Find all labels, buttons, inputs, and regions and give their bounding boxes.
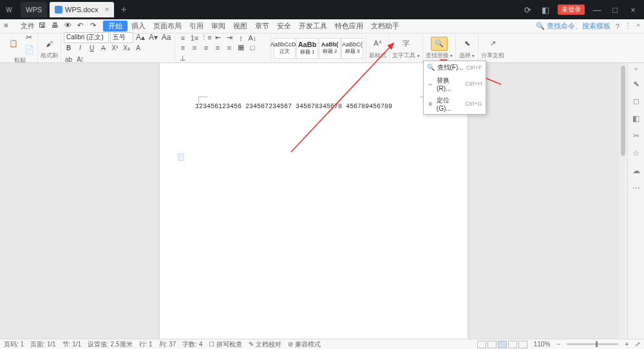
align-right-icon[interactable]: ≡ — [201, 42, 211, 52]
document-tab[interactable]: WPS.docx × — [50, 2, 114, 17]
font-color-icon[interactable]: A — [133, 43, 143, 53]
status-doccheck[interactable]: ✎ 文档校对 — [249, 340, 281, 349]
status-col[interactable]: 列: 37 — [159, 340, 176, 349]
bullets-icon[interactable]: ≡ — [178, 33, 188, 42]
paragraph-tag-icon[interactable] — [178, 153, 184, 161]
print-icon[interactable]: 🖶 — [52, 21, 62, 32]
distribute-icon[interactable]: ≡ — [224, 42, 234, 52]
status-pages[interactable]: 页面: 1/1 — [30, 340, 55, 349]
status-line[interactable]: 行: 1 — [139, 340, 153, 349]
paste-button[interactable]: 📋 — [5, 37, 22, 51]
grow-font-icon[interactable]: A▴ — [135, 32, 146, 43]
sidebar-select-icon[interactable]: ⬉ — [630, 78, 642, 90]
copy-button[interactable]: 📄 — [23, 44, 35, 55]
bold-icon[interactable]: B — [64, 43, 73, 53]
style-heading2[interactable]: AaBb(标题 2 — [319, 38, 341, 59]
document-text[interactable]: 123456123456 234567234567 345678345678 4… — [160, 63, 468, 150]
status-section[interactable]: 节: 1/1 — [62, 340, 81, 349]
view-print-icon[interactable] — [477, 341, 486, 348]
sidebar-star-icon[interactable]: ☆ — [630, 147, 642, 159]
search-prompt[interactable]: 🔍 查找命令、搜索模板 — [536, 21, 611, 31]
status-compat[interactable]: ⊘ 兼容模式 — [288, 340, 321, 349]
change-case-icon[interactable]: Aa — [160, 32, 172, 43]
status-chars[interactable]: 字数: 4 — [182, 340, 202, 349]
menu-start[interactable]: 开始 — [103, 21, 128, 32]
close-tab-icon[interactable]: × — [104, 5, 109, 14]
scrollbar-thumb[interactable] — [621, 66, 625, 156]
menu-insert[interactable]: 插入 — [128, 21, 149, 31]
login-button[interactable]: 未登录 — [558, 5, 585, 15]
menu-layout[interactable]: 页面布局 — [149, 21, 185, 31]
menu-view[interactable]: 视图 — [229, 21, 251, 31]
strike-icon[interactable]: A̶ — [99, 43, 108, 53]
file-menu-icon[interactable]: ≡ — [4, 21, 14, 32]
file-menu[interactable]: 文件 — [17, 21, 39, 31]
style-heading1[interactable]: AaBb标题 1 — [296, 38, 318, 59]
menu-features[interactable]: 特色应用 — [331, 21, 367, 31]
subscript-icon[interactable]: X₂ — [122, 43, 131, 53]
undo-icon[interactable]: ↶ — [77, 21, 88, 32]
maximize-button[interactable]: □ — [609, 5, 621, 15]
font-name-select[interactable]: Calibri (正文) — [64, 32, 109, 43]
menu-review[interactable]: 审阅 — [207, 21, 229, 31]
skin-icon[interactable]: ◧ — [540, 5, 551, 15]
sort-icon[interactable]: A↓ — [247, 33, 258, 42]
shrink-font-icon[interactable]: A▾ — [147, 32, 159, 43]
underline-icon[interactable]: U — [87, 43, 97, 53]
dropdown-goto[interactable]: ⚹ 定位(G)... Ctrl+G — [424, 94, 486, 114]
style-heading3[interactable]: AaBbC(标题 3 — [341, 38, 363, 59]
sidebar-cloud-icon[interactable]: ☁ — [630, 165, 642, 176]
decrease-indent-icon[interactable]: ⇤ — [213, 33, 223, 42]
menu-security[interactable]: 安全 — [273, 21, 295, 31]
status-spellcheck[interactable]: ☐ 拼写检查 — [209, 340, 242, 349]
format-painter-button[interactable]: 🖌 — [41, 37, 58, 51]
sync-icon[interactable]: ⟳ — [522, 5, 533, 15]
menu-references[interactable]: 引用 — [185, 21, 207, 31]
tabstop-icon[interactable]: ⊥ — [178, 53, 188, 63]
minimize-button[interactable]: — — [591, 5, 603, 15]
numbering-icon[interactable]: 1≡ — [189, 33, 200, 42]
new-tab-button[interactable]: + — [120, 4, 126, 15]
borders-icon[interactable]: □ — [247, 42, 258, 52]
vertical-scrollbar[interactable] — [620, 63, 627, 339]
line-spacing-icon[interactable]: ↕ — [236, 33, 246, 42]
menu-devtools[interactable]: 开发工具 — [295, 21, 331, 31]
font-size-select[interactable]: 五号 — [110, 32, 133, 43]
zoom-slider[interactable] — [567, 343, 618, 345]
zoom-out-button[interactable]: − — [556, 341, 560, 348]
multilevel-icon[interactable]: ⋮≡ — [201, 33, 211, 42]
more-icon[interactable]: ⋮ — [625, 22, 632, 30]
superscript-icon[interactable]: X² — [110, 43, 120, 53]
save-icon[interactable]: 🖫 — [39, 21, 49, 32]
italic-icon[interactable]: I — [75, 43, 85, 53]
status-position[interactable]: 设置值: 2.5厘米 — [88, 340, 132, 349]
dropdown-replace[interactable]: ↔ 替换(R)... Ctrl+H — [424, 74, 486, 94]
zoom-fit-button[interactable]: ⤢ — [635, 341, 640, 348]
shading-icon[interactable]: ▦ — [236, 42, 246, 52]
text-tools-button[interactable]: 字 — [397, 37, 414, 51]
preview-icon[interactable]: 👁 — [64, 21, 75, 32]
view-read-icon[interactable] — [488, 341, 497, 348]
status-page[interactable]: 页码: 1 — [4, 340, 24, 349]
menu-section[interactable]: 章节 — [251, 21, 273, 31]
cut-button[interactable]: ✂ — [23, 32, 35, 43]
menu-assistant[interactable]: 文档助手 — [367, 21, 403, 31]
select-button[interactable]: ⬉ — [459, 37, 475, 51]
align-center-icon[interactable]: ≡ — [189, 42, 200, 52]
app-tab[interactable]: WPS — [21, 2, 47, 17]
page[interactable]: 123456123456 234567234567 345678345678 4… — [160, 63, 468, 339]
dropdown-find[interactable]: 🔍 查找(F)... Ctrl+F — [424, 61, 486, 74]
justify-icon[interactable]: ≡ — [213, 42, 223, 52]
zoom-knob[interactable] — [596, 341, 598, 347]
view-web-icon[interactable] — [498, 341, 507, 348]
view-outline-icon[interactable] — [508, 341, 517, 348]
find-replace-button[interactable]: 🔍 — [431, 37, 448, 51]
collapse-ribbon-icon[interactable]: ^ — [637, 23, 640, 30]
zoom-percent[interactable]: 110% — [534, 341, 551, 348]
help-icon[interactable]: ? — [616, 23, 620, 30]
view-fullscreen-icon[interactable] — [518, 341, 527, 348]
share-button[interactable]: ↗ — [484, 37, 501, 51]
style-normal[interactable]: AaBbCcDd正文 — [274, 38, 296, 59]
sidebar-style-icon[interactable]: ◧ — [630, 113, 642, 124]
zoom-in-button[interactable]: + — [625, 341, 629, 348]
